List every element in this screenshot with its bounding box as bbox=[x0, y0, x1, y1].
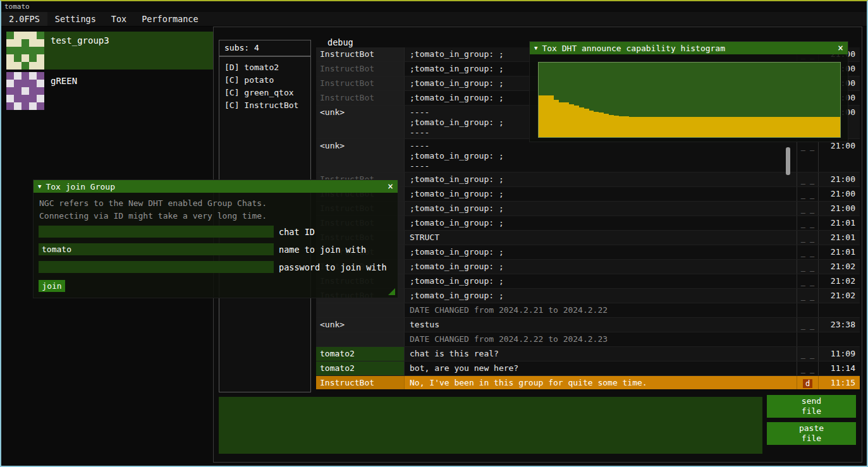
histogram-bar bbox=[765, 117, 770, 137]
message-text: ---- ;tomato_in_group: ; ---- bbox=[405, 139, 797, 172]
join-password-input[interactable] bbox=[39, 261, 274, 273]
histogram-bar bbox=[755, 117, 760, 137]
group-sidebar: test_group3gREEN bbox=[6, 32, 213, 112]
histogram-bar bbox=[629, 117, 634, 137]
message-author: InstructBot bbox=[316, 91, 405, 105]
chat-message-row: tomato2bot, are you new here?_ _11:14 bbox=[316, 361, 860, 376]
chat-id-label: chat ID bbox=[279, 227, 315, 237]
chat-message-row: <unk>---- ;tomato_in_group: ; ----_ _21:… bbox=[316, 139, 860, 173]
group-item-gREEN[interactable]: gREEN bbox=[6, 72, 213, 110]
message-flags: _ _ bbox=[797, 202, 818, 215]
message-time: 23:38 bbox=[818, 318, 860, 332]
menu-item-settings[interactable]: Settings bbox=[47, 12, 104, 26]
message-time bbox=[818, 303, 860, 317]
join-dialog-title: Tox join Group bbox=[46, 182, 115, 191]
histogram-bar bbox=[745, 117, 750, 137]
join-dialog-titlebar[interactable]: ▼ Tox join Group × bbox=[34, 180, 398, 193]
resize-grip[interactable] bbox=[388, 288, 395, 295]
histogram-bar bbox=[675, 117, 680, 137]
member-item[interactable]: [C] green_qtox bbox=[224, 87, 305, 99]
message-flags: _ _ bbox=[797, 187, 818, 201]
message-flags: _ _ bbox=[797, 289, 818, 303]
message-flags: _ _ bbox=[797, 361, 818, 375]
join-dialog-description: NGC refers to the New DHT enabled Group … bbox=[34, 193, 398, 224]
message-text: testus bbox=[405, 318, 797, 332]
message-flags: _ _ bbox=[797, 245, 818, 259]
histogram-bar bbox=[619, 116, 624, 137]
histogram-bar bbox=[614, 116, 619, 137]
join-dialog-fields: chat IDname to join withpassword to join… bbox=[34, 224, 398, 273]
message-flags: _ _ bbox=[797, 231, 818, 245]
member-item[interactable]: [D] tomato2 bbox=[224, 61, 305, 74]
histogram-bar bbox=[835, 117, 840, 137]
message-text: ;tomato_in_group: ; bbox=[405, 274, 797, 288]
collapse-arrow-icon[interactable]: ▼ bbox=[38, 183, 41, 190]
histogram-bar bbox=[704, 117, 709, 137]
histogram-bar bbox=[785, 117, 790, 137]
histogram-bar bbox=[735, 117, 740, 137]
histogram-bar bbox=[724, 117, 730, 137]
message-text: STRUCT bbox=[405, 231, 797, 245]
histogram-bar bbox=[790, 117, 795, 137]
window-titlebar[interactable]: tomato bbox=[1, 1, 867, 12]
message-text: ;tomato_in_group: ; bbox=[405, 187, 797, 201]
message-time: 21:00 bbox=[818, 173, 860, 186]
close-icon[interactable]: × bbox=[838, 44, 843, 52]
histogram-bar bbox=[760, 117, 765, 137]
histogram-bar bbox=[770, 117, 775, 137]
chat-tab-debug[interactable]: debug bbox=[327, 37, 353, 47]
message-flags bbox=[797, 303, 818, 317]
group-avatar bbox=[6, 72, 44, 110]
message-time: 21:02 bbox=[818, 274, 860, 288]
message-input[interactable] bbox=[219, 397, 762, 454]
menu-item-performance[interactable]: Performance bbox=[134, 12, 205, 26]
message-time: 21:00 bbox=[818, 202, 860, 215]
message-author: InstructBot bbox=[316, 47, 405, 61]
histogram-bar bbox=[654, 117, 659, 137]
histogram-bar bbox=[815, 117, 820, 137]
message-text: ;tomato_in_group: ; bbox=[405, 202, 797, 215]
histogram-window-titlebar[interactable]: ▼ Tox DHT announce capability histogram … bbox=[530, 42, 848, 54]
group-item-test_group3[interactable]: test_group3 bbox=[6, 32, 213, 70]
histogram-bar bbox=[554, 100, 559, 137]
join-field-row: name to join with bbox=[39, 243, 393, 255]
histogram-bar bbox=[740, 117, 745, 137]
histogram-bar bbox=[564, 102, 569, 137]
message-time: 21:00 bbox=[818, 187, 860, 201]
histogram-bar bbox=[825, 117, 830, 137]
message-time: 21:01 bbox=[818, 216, 860, 230]
paste-file-button[interactable]: paste file bbox=[767, 422, 856, 445]
message-flags: _ _ bbox=[797, 347, 818, 361]
histogram-bar bbox=[539, 95, 544, 137]
group-name: gREEN bbox=[51, 76, 77, 110]
message-flags bbox=[797, 332, 818, 346]
histogram-window-title: Tox DHT announce capability histogram bbox=[542, 44, 725, 53]
message-text: ;tomato_in_group: ; bbox=[405, 289, 797, 303]
message-flags: _ _ bbox=[797, 216, 818, 230]
scrollbar-thumb[interactable] bbox=[786, 147, 790, 175]
message-author: InstructBot bbox=[316, 376, 405, 389]
chat-id-input[interactable] bbox=[39, 226, 274, 238]
close-icon[interactable]: × bbox=[388, 182, 393, 191]
join-button[interactable]: join bbox=[39, 280, 65, 292]
message-time: 11:09 bbox=[818, 347, 860, 361]
menu-item-tox[interactable]: Tox bbox=[104, 12, 134, 26]
send-file-button[interactable]: send file bbox=[767, 395, 856, 418]
message-author: tomato2 bbox=[316, 361, 405, 375]
member-item[interactable]: [C] InstructBot bbox=[224, 99, 305, 112]
member-item[interactable]: [C] potato bbox=[224, 74, 305, 87]
message-time: 21:01 bbox=[818, 245, 860, 259]
histogram-bar bbox=[584, 109, 589, 137]
paste-file-label: paste file bbox=[799, 423, 824, 443]
join-field-row: password to join with bbox=[39, 261, 393, 273]
join-name-input[interactable] bbox=[39, 243, 274, 255]
histogram-bar bbox=[589, 111, 594, 137]
collapse-arrow-icon[interactable]: ▼ bbox=[534, 45, 537, 51]
message-author: InstructBot bbox=[316, 76, 405, 90]
menubar: 2.0FPSSettingsToxPerformance bbox=[1, 12, 867, 27]
message-flags: _ _ bbox=[797, 318, 818, 332]
histogram-bar bbox=[649, 117, 654, 137]
histogram-bar bbox=[644, 117, 649, 137]
histogram-bar bbox=[780, 117, 785, 137]
message-time bbox=[818, 332, 860, 346]
